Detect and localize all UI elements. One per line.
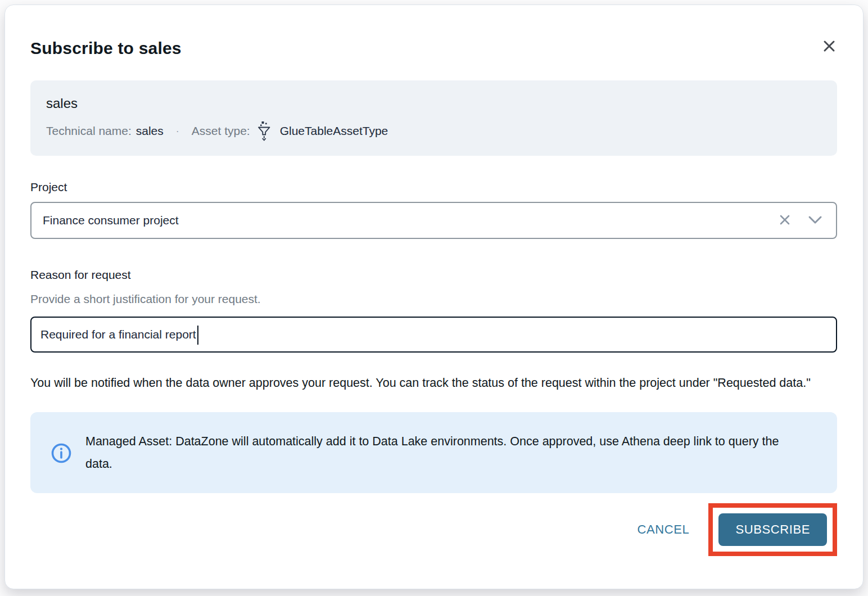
asset-summary-box: sales Technical name: sales · Asset type… bbox=[30, 80, 837, 156]
reason-input[interactable]: Required for a financial report bbox=[30, 317, 837, 353]
clear-selection-button[interactable] bbox=[777, 213, 792, 229]
clear-x-icon bbox=[777, 213, 792, 229]
subscribe-dialog: Subscribe to sales sales Technical name:… bbox=[4, 4, 864, 589]
asset-name: sales bbox=[46, 95, 821, 112]
notification-text: You will be notified when the data owner… bbox=[30, 372, 837, 394]
close-icon bbox=[821, 38, 838, 56]
dialog-header: Subscribe to sales bbox=[30, 38, 837, 59]
managed-asset-banner: Managed Asset: DataZone will automatical… bbox=[30, 412, 837, 493]
subscribe-button[interactable]: SUBSCRIBE bbox=[718, 513, 827, 546]
technical-name-label: Technical name: bbox=[46, 123, 132, 139]
dialog-title: Subscribe to sales bbox=[30, 38, 182, 59]
dot-separator: · bbox=[176, 123, 179, 139]
asset-type-label: Asset type: bbox=[192, 123, 250, 139]
text-cursor bbox=[197, 326, 198, 345]
project-label: Project bbox=[30, 179, 837, 195]
technical-name-value: sales bbox=[136, 123, 164, 139]
asset-meta-row: Technical name: sales · Asset type: Glue… bbox=[46, 121, 821, 141]
glue-table-funnel-icon bbox=[257, 121, 272, 141]
close-button[interactable] bbox=[819, 37, 839, 57]
project-select[interactable]: Finance consumer project bbox=[30, 202, 837, 239]
annotation-highlight: SUBSCRIBE bbox=[708, 503, 837, 556]
chevron-down-icon bbox=[807, 214, 824, 227]
dialog-footer: CANCEL SUBSCRIBE bbox=[30, 503, 837, 556]
cancel-button[interactable]: CANCEL bbox=[635, 518, 692, 541]
select-expand-button[interactable] bbox=[807, 214, 824, 227]
info-circle-icon bbox=[51, 443, 72, 466]
asset-type-value: GlueTableAssetType bbox=[280, 123, 388, 139]
managed-asset-banner-text: Managed Asset: DataZone will automatical… bbox=[85, 430, 803, 475]
reason-description: Provide a short justification for your r… bbox=[30, 291, 837, 308]
project-select-value: Finance consumer project bbox=[43, 214, 777, 227]
reason-input-value: Required for a financial report bbox=[40, 328, 196, 341]
reason-label: Reason for request bbox=[30, 267, 837, 283]
